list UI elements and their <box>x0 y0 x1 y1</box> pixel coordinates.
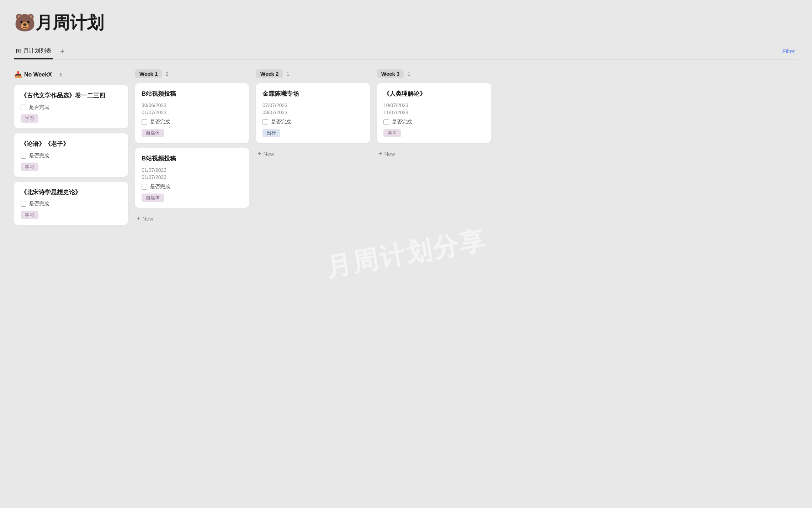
column-header-no-weekx: 📥No WeekX6 <box>14 69 128 80</box>
card-checkbox-card-1[interactable] <box>21 105 26 110</box>
card-title-card-5: B站视频投稿 <box>142 154 243 163</box>
plus-icon-week-3: + <box>378 150 382 158</box>
card-checkbox-label-card-4: 是否完成 <box>150 119 170 125</box>
card-checkbox-row-card-5: 是否完成 <box>142 184 243 190</box>
card-checkbox-row-card-4: 是否完成 <box>142 119 243 125</box>
column-header-week-1: Week 12 <box>135 69 249 78</box>
card-tag-card-3[interactable]: 学习 <box>21 211 38 219</box>
column-label-week-3[interactable]: Week 3 <box>377 69 404 78</box>
card-date-card-4-0: 30/06/2023 <box>142 102 243 108</box>
column-label-week-2[interactable]: Week 2 <box>256 69 283 78</box>
card-date-card-6-0: 07/07/2023 <box>262 102 363 108</box>
new-item-button-week-3[interactable]: +New <box>377 148 491 160</box>
new-item-button-week-2[interactable]: +New <box>256 148 370 160</box>
tab-add-button[interactable]: + <box>57 46 68 58</box>
card-date-card-4-1: 01/07/2023 <box>142 110 243 115</box>
column-week-1: Week 12B站视频投稿30/06/202301/07/2023是否完成自媒体… <box>135 69 249 224</box>
column-no-weekx: 📥No WeekX6《古代文学作品选》卷一二三四是否完成学习《论语》《老子》是否… <box>14 69 128 230</box>
plus-icon-week-2: + <box>258 150 261 158</box>
card-tag-card-2[interactable]: 学习 <box>21 163 38 171</box>
card-tag-card-7[interactable]: 学习 <box>383 129 401 137</box>
tab-left: ⊞ 月计划列表 + <box>14 44 68 59</box>
card-title-card-3: 《北宋诗学思想史论》 <box>21 188 122 197</box>
card-title-card-7: 《人类理解论》 <box>383 90 484 98</box>
column-header-week-3: Week 31 <box>377 69 491 78</box>
card-checkbox-card-3[interactable] <box>21 201 26 207</box>
card-card-7: 《人类理解论》10/07/202311/07/2023是否完成学习 <box>377 83 491 143</box>
new-label-week-2: New <box>264 151 274 157</box>
card-card-2: 《论语》《老子》是否完成学习 <box>14 133 128 177</box>
card-checkbox-label-card-7: 是否完成 <box>392 119 412 125</box>
card-checkbox-card-6[interactable] <box>262 119 268 125</box>
card-tag-card-1[interactable]: 学习 <box>21 114 38 123</box>
card-date-card-7-1: 11/07/2023 <box>383 110 484 115</box>
card-checkbox-row-card-7: 是否完成 <box>383 119 484 125</box>
card-card-4: B站视频投稿30/06/202301/07/2023是否完成自媒体 <box>135 83 249 143</box>
card-checkbox-row-card-6: 是否完成 <box>262 119 363 125</box>
board: 📥No WeekX6《古代文学作品选》卷一二三四是否完成学习《论语》《老子》是否… <box>14 69 798 230</box>
card-checkbox-row-card-3: 是否完成 <box>21 201 122 207</box>
card-title-card-4: B站视频投稿 <box>142 90 243 98</box>
plus-icon-week-1: + <box>137 215 140 222</box>
card-title-card-6: 金霏陈曦专场 <box>262 90 363 98</box>
page-title-text: 🐻月周计划 <box>14 11 104 34</box>
column-label-text-no-weekx: No WeekX <box>24 72 52 78</box>
card-card-3: 《北宋诗学思想史论》是否完成学习 <box>14 182 128 225</box>
card-title-card-2: 《论语》《老子》 <box>21 140 122 148</box>
new-label-week-1: New <box>143 216 153 222</box>
page-title: 🐻月周计划 <box>14 11 798 34</box>
card-checkbox-label-card-2: 是否完成 <box>29 153 49 159</box>
tab-monthly-plan[interactable]: ⊞ 月计划列表 <box>14 44 53 59</box>
card-card-1: 《古代文学作品选》卷一二三四是否完成学习 <box>14 85 128 128</box>
card-checkbox-card-4[interactable] <box>142 119 147 125</box>
grid-icon: ⊞ <box>16 47 21 55</box>
card-checkbox-card-5[interactable] <box>142 184 147 190</box>
card-date-card-7-0: 10/07/2023 <box>383 102 484 108</box>
column-week-2: Week 21金霏陈曦专场07/07/202308/07/2023是否完成出行+… <box>256 69 370 160</box>
card-card-5: B站视频投稿01/07/202301/07/2023是否完成自媒体 <box>135 148 249 208</box>
card-checkbox-label-card-6: 是否完成 <box>271 119 291 125</box>
card-checkbox-card-7[interactable] <box>383 119 389 125</box>
column-week-3: Week 31《人类理解论》10/07/202311/07/2023是否完成学习… <box>377 69 491 160</box>
new-item-button-week-1[interactable]: +New <box>135 213 249 224</box>
card-checkbox-card-2[interactable] <box>21 153 26 159</box>
card-checkbox-label-card-5: 是否完成 <box>150 184 170 190</box>
card-title-card-1: 《古代文学作品选》卷一二三四 <box>21 91 122 100</box>
card-tag-card-4[interactable]: 自媒体 <box>142 129 164 137</box>
tab-label: 月计划列表 <box>23 47 52 55</box>
card-date-card-6-1: 08/07/2023 <box>262 110 363 115</box>
card-date-card-5-0: 01/07/2023 <box>142 167 243 173</box>
column-count-week-3: 1 <box>407 71 410 77</box>
card-date-card-5-1: 01/07/2023 <box>142 174 243 180</box>
column-count-week-1: 2 <box>165 71 168 77</box>
card-checkbox-label-card-3: 是否完成 <box>29 201 49 207</box>
card-tag-card-5[interactable]: 自媒体 <box>142 194 164 202</box>
card-card-6: 金霏陈曦专场07/07/202308/07/2023是否完成出行 <box>256 83 370 143</box>
inbox-icon: 📥 <box>14 71 22 79</box>
new-label-week-3: New <box>384 151 395 157</box>
column-label-week-1[interactable]: Week 1 <box>135 69 162 78</box>
page: 🐻月周计划 ⊞ 月计划列表 + Filter 📥No WeekX6《古代文学作品… <box>0 0 812 508</box>
card-checkbox-row-card-2: 是否完成 <box>21 153 122 159</box>
column-count-week-2: 1 <box>286 71 289 77</box>
card-tag-card-6[interactable]: 出行 <box>262 129 280 137</box>
tab-bar: ⊞ 月计划列表 + Filter <box>14 44 798 59</box>
filter-button[interactable]: Filter <box>779 47 798 56</box>
column-header-week-2: Week 21 <box>256 69 370 78</box>
card-checkbox-label-card-1: 是否完成 <box>29 104 49 111</box>
column-count-no-weekx: 6 <box>60 72 63 78</box>
column-label-no-weekx: 📥No WeekX <box>14 69 56 80</box>
card-checkbox-row-card-1: 是否完成 <box>21 104 122 111</box>
